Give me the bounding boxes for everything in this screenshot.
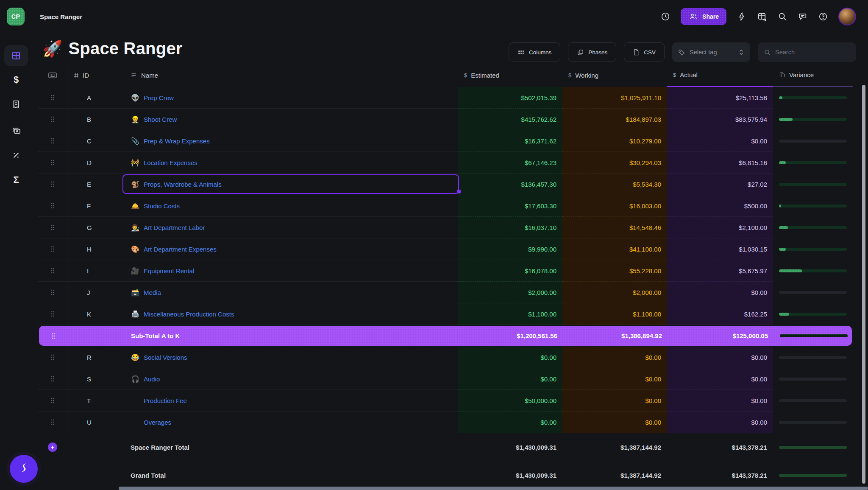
actual-value[interactable]: $162.25 — [667, 303, 773, 325]
working-value[interactable]: $0.00 — [562, 347, 667, 368]
table-row[interactable]: B 👷 Shoot Crew $415,762.62 $184,897.03 $… — [38, 109, 853, 130]
actual-value[interactable]: $0.00 — [667, 368, 773, 390]
estimated-value[interactable]: $415,762.62 — [458, 109, 562, 130]
horizontal-scrollbar[interactable] — [119, 487, 868, 490]
actual-value[interactable]: $2,100.00 — [667, 217, 773, 238]
drag-handle-icon[interactable] — [50, 116, 55, 123]
working-value[interactable]: $55,228.00 — [562, 260, 667, 282]
working-value[interactable]: $0.00 — [562, 412, 667, 433]
working-value[interactable]: $0.00 — [562, 368, 667, 390]
drag-handle-icon[interactable] — [50, 224, 55, 231]
sidebar-item-money[interactable]: $ — [4, 70, 28, 90]
estimated-value[interactable]: $16,371.62 — [458, 130, 562, 152]
actual-value[interactable]: $500.00 — [667, 195, 773, 217]
estimated-value[interactable]: $50,000.00 — [458, 390, 562, 412]
column-header-id[interactable]: ID — [67, 64, 123, 87]
drag-handle-icon[interactable] — [50, 397, 55, 404]
working-value[interactable]: $1,100.00 — [562, 303, 667, 325]
table-row[interactable]: J 🗃️ Media $2,000.00 $2,000.00 $0.00 — [38, 282, 853, 303]
row-name-link[interactable]: Location Expenses — [144, 159, 198, 166]
actual-value[interactable]: $6,815.16 — [667, 152, 773, 174]
subtotal-row[interactable]: Sub-Total A to K $1,200,561.56 $1,386,89… — [39, 326, 852, 346]
table-row[interactable]: D 🚧 Location Expenses $67,146.23 $30,294… — [38, 152, 853, 174]
column-header-working[interactable]: $Working — [562, 64, 667, 87]
estimated-value[interactable]: $0.00 — [458, 368, 562, 390]
working-value[interactable]: $10,279.00 — [562, 130, 667, 152]
working-value[interactable]: $1,025,911.10 — [562, 87, 667, 109]
avatar[interactable] — [838, 8, 856, 25]
csv-button[interactable]: CSV — [624, 42, 665, 62]
row-name-link[interactable]: Miscellaneous Production Costs — [144, 311, 234, 318]
columns-button[interactable]: Columns — [509, 42, 560, 62]
column-header-name[interactable]: Name — [123, 64, 458, 87]
table-row[interactable]: S 🎧 Audio $0.00 $0.00 $0.00 — [38, 368, 853, 390]
table-row[interactable]: F 🛎️ Studio Costs $17,603.30 $16,003.00 … — [38, 195, 853, 217]
drag-handle-icon[interactable] — [50, 159, 55, 166]
select-tag-dropdown[interactable]: Select tag — [672, 42, 750, 62]
estimated-value[interactable]: $0.00 — [458, 347, 562, 368]
vertical-scrollbar[interactable] — [862, 85, 865, 484]
drag-handle-icon[interactable] — [50, 419, 55, 426]
working-value[interactable]: $5,534.30 — [562, 174, 667, 195]
sidebar-item-budget-table[interactable] — [4, 45, 28, 66]
actual-value[interactable]: $0.00 — [667, 282, 773, 303]
phases-button[interactable]: Phases — [568, 42, 616, 62]
working-value[interactable]: $30,294.03 — [562, 152, 667, 174]
column-header-actual[interactable]: $Actual — [667, 64, 773, 87]
table-row[interactable]: H 🎨 Art Department Expenses $9,990.00 $4… — [38, 238, 853, 260]
column-header-estimated[interactable]: $Estimated — [458, 64, 562, 87]
working-value[interactable]: $14,548.46 — [562, 217, 667, 238]
sidebar-item-sigma[interactable]: Σ — [4, 170, 28, 190]
estimated-value[interactable]: $16,078.00 — [458, 260, 562, 282]
drag-handle-icon[interactable] — [51, 333, 56, 339]
chat-icon[interactable] — [798, 11, 808, 22]
workspace-badge[interactable]: CP — [7, 8, 25, 25]
sidebar-item-receipts[interactable] — [4, 94, 28, 115]
search-input[interactable] — [775, 49, 843, 56]
search-icon[interactable] — [777, 11, 787, 22]
table-row[interactable]: U Overages $0.00 $0.00 $0.00 — [38, 412, 853, 433]
working-value[interactable]: $2,000.00 — [562, 282, 667, 303]
row-name-link[interactable]: Audio — [144, 375, 160, 383]
table-row[interactable]: G 👨‍🎨 Art Department Labor $16,037.10 $1… — [38, 217, 853, 238]
estimated-value[interactable]: $0.00 — [458, 412, 562, 433]
actual-value[interactable]: $27.02 — [667, 174, 773, 195]
add-row-button[interactable]: + — [48, 442, 57, 452]
table-row[interactable]: K 🖨️ Miscellaneous Production Costs $1,1… — [38, 303, 853, 325]
actual-value[interactable]: $1,030.15 — [667, 238, 773, 260]
actual-value[interactable]: $5,675.97 — [667, 260, 773, 282]
sidebar-item-percent[interactable] — [4, 145, 28, 165]
table-row[interactable]: A 👽 Prep Crew $502,015.39 $1,025,911.10 … — [38, 87, 853, 109]
estimated-value[interactable]: $67,146.23 — [458, 152, 562, 174]
actual-value[interactable]: $0.00 — [667, 390, 773, 412]
help-icon[interactable] — [818, 11, 828, 22]
working-value[interactable]: $184,897.03 — [562, 109, 667, 130]
row-name-link[interactable]: Overages — [144, 419, 171, 426]
share-button[interactable]: Share — [681, 8, 726, 25]
actual-value[interactable]: $0.00 — [667, 412, 773, 433]
actual-value[interactable]: $25,113.56 — [667, 87, 773, 109]
row-name-link[interactable]: Studio Costs — [144, 202, 180, 210]
drag-handle-icon[interactable] — [50, 202, 55, 209]
row-name-link[interactable]: Production Fee — [144, 397, 187, 404]
estimated-value[interactable]: $9,990.00 — [458, 238, 562, 260]
row-name-link[interactable]: Social Versions — [144, 354, 187, 361]
app-logo-fab[interactable] — [10, 455, 38, 483]
estimated-value[interactable]: $1,100.00 — [458, 303, 562, 325]
drag-handle-icon[interactable] — [50, 137, 55, 144]
table-row[interactable]: I 🎥 Equipment Rental $16,078.00 $55,228.… — [38, 260, 853, 282]
drag-handle-icon[interactable] — [50, 94, 55, 101]
estimated-value[interactable]: $16,037.10 — [458, 217, 562, 238]
working-value[interactable]: $41,100.00 — [562, 238, 667, 260]
row-name-link[interactable]: Art Department Expenses — [144, 246, 217, 253]
drag-handle-icon[interactable] — [50, 375, 55, 382]
estimated-value[interactable]: $17,603.30 — [458, 195, 562, 217]
actual-value[interactable]: $0.00 — [667, 347, 773, 368]
bolt-icon[interactable] — [737, 11, 747, 22]
table-row[interactable]: T Production Fee $50,000.00 $0.00 $0.00 — [38, 390, 853, 412]
table-row[interactable]: E 🐒 Props, Wardrobe & Animals $136,457.3… — [38, 174, 853, 195]
sidebar-item-cards[interactable] — [4, 120, 28, 141]
estimated-value[interactable]: $136,457.30 — [458, 174, 562, 195]
estimated-value[interactable]: $2,000.00 — [458, 282, 562, 303]
drag-handle-icon[interactable] — [50, 267, 55, 274]
